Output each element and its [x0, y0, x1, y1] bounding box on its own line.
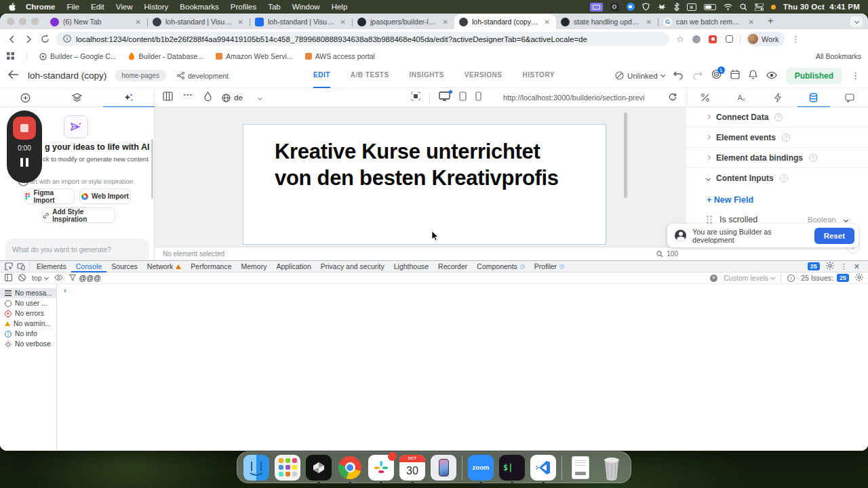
devtools-tab-privacy[interactable]: Privacy and security — [316, 261, 389, 272]
device-tablet-icon[interactable] — [459, 92, 467, 104]
targeting-icon[interactable]: 1 — [711, 69, 722, 82]
layers-tab[interactable] — [52, 88, 103, 107]
zoom-control[interactable]: 100 — [656, 250, 678, 258]
canvas-scrollbar[interactable] — [624, 113, 627, 198]
canvas-heading[interactable]: Kreative Kurse unterrichtet von den best… — [275, 138, 576, 191]
pause-recording-button[interactable] — [20, 158, 28, 167]
menubar-clock[interactable]: Thu 30 Oct4:41 PM — [783, 3, 860, 11]
issues-counter[interactable]: 25 Issues:25 — [801, 274, 849, 282]
devtools-tab-performance[interactable]: Performance — [186, 261, 236, 272]
dock-vscode[interactable] — [530, 455, 556, 481]
url-text[interactable]: localhost:1234/content/b1b2e26f288f4aa99… — [76, 35, 587, 43]
web-import-button[interactable]: Web Import — [79, 188, 131, 204]
tab-close-icon[interactable]: ✕ — [237, 18, 245, 26]
dock-trash[interactable] — [599, 455, 625, 481]
browser-menu-icon[interactable]: ⋮ — [790, 34, 801, 45]
clear-console-icon[interactable] — [18, 274, 26, 283]
menu-edit[interactable]: Edit — [91, 3, 104, 11]
devtools-settings-icon[interactable] — [826, 262, 834, 271]
interactions-panel-tab[interactable] — [760, 88, 795, 107]
comments-panel-tab[interactable] — [832, 88, 868, 107]
keyboard-switcher-icon[interactable]: ⌘ — [687, 3, 696, 11]
devtools-tab-network[interactable]: Network — [142, 261, 186, 272]
back-icon[interactable] — [7, 34, 18, 45]
tab-versions[interactable]: VERSIONS — [465, 64, 502, 88]
console-filter-messages[interactable]: No messa... — [0, 288, 56, 298]
branch-selector[interactable]: development — [177, 72, 229, 80]
clear-filter-icon[interactable]: ✕ — [710, 274, 717, 282]
console-settings-icon[interactable] — [855, 273, 863, 283]
bookmark-item[interactable]: Amazon Web Servi... — [216, 52, 292, 60]
devtools-tab-memory[interactable]: Memory — [236, 261, 271, 272]
tab-close-icon[interactable]: ✕ — [645, 18, 653, 26]
console-filter-verbose[interactable]: No verbose — [0, 339, 56, 349]
browser-tab[interactable]: (6) New Tab ✕ — [45, 14, 147, 29]
side-panel-icon[interactable] — [724, 34, 734, 45]
menu-view[interactable]: View — [116, 3, 133, 11]
data-panel-tab[interactable] — [795, 88, 831, 107]
wifi-icon[interactable] — [724, 3, 732, 10]
live-expression-eye-icon[interactable] — [54, 274, 63, 282]
control-center-icon[interactable] — [755, 3, 764, 11]
devtools-tab-profiler[interactable]: Profiler — [530, 261, 569, 272]
typography-panel-tab[interactable]: Ao — [723, 88, 759, 107]
console-prompt-icon[interactable]: › — [64, 286, 66, 294]
close-window-button[interactable] — [7, 18, 14, 25]
bookmark-item[interactable]: Builder – Google C... — [39, 52, 116, 60]
add-style-inspiration-button[interactable]: Add Style Inspiration — [42, 207, 115, 223]
menu-bookmarks[interactable]: Bookmarks — [180, 3, 219, 11]
devtools-tab-elements[interactable]: Elements — [32, 261, 71, 272]
preview-eye-icon[interactable] — [766, 70, 777, 82]
browser-tab[interactable]: jpasquers/builder-locale-swi ✕ — [353, 14, 454, 29]
console-sidebar-toggle-icon[interactable] — [5, 274, 12, 283]
browser-tab[interactable]: loh-standard | Visual Editor | ✕ — [250, 14, 352, 29]
menu-window[interactable]: Window — [292, 3, 320, 11]
window-controls[interactable] — [7, 14, 39, 29]
devtools-close-icon[interactable]: ✕ — [854, 262, 860, 271]
dock-finder[interactable] — [243, 455, 269, 481]
context-selector[interactable]: top — [32, 274, 48, 282]
browser-tab[interactable]: G can we batch remove keys fr ✕ — [658, 14, 760, 29]
new-field-button[interactable]: + New Field — [686, 188, 868, 205]
columns-icon[interactable] — [163, 92, 173, 104]
menu-tab[interactable]: Tab — [268, 3, 281, 11]
issues-badge[interactable]: 25 — [808, 262, 820, 270]
dragonfly-icon[interactable] — [657, 3, 667, 11]
device-phone-icon[interactable] — [475, 92, 481, 104]
canvas-area[interactable]: Kreative Kurse unterrichtet von den best… — [155, 107, 686, 247]
device-toolbar-icon[interactable] — [15, 263, 27, 270]
devtools-menu-icon[interactable]: ⋮ — [840, 262, 848, 271]
menu-history[interactable]: History — [144, 3, 169, 11]
tab-close-icon[interactable]: ✕ — [339, 18, 347, 26]
info-icon[interactable]: ? — [780, 174, 788, 182]
unlinked-dropdown[interactable]: Unlinked — [615, 71, 665, 80]
console-filter-errors[interactable]: ✕No errors — [0, 308, 56, 319]
record-status-icon[interactable] — [610, 3, 619, 12]
info-icon[interactable]: ? — [774, 113, 783, 121]
locale-selector[interactable]: de — [222, 94, 243, 102]
tab-history[interactable]: HISTORY — [523, 64, 555, 88]
tab-close-icon[interactable]: ✕ — [543, 18, 551, 26]
header-menu-icon[interactable]: ⋮ — [851, 70, 860, 81]
content-inputs-section[interactable]: Content Inputs ? — [686, 168, 868, 188]
tab-close-icon[interactable]: ✕ — [441, 18, 450, 26]
stop-recording-button[interactable] — [13, 117, 36, 140]
element-data-bindings-section[interactable]: Element data bindings ? — [686, 148, 868, 168]
menu-chrome[interactable]: Chrome — [26, 3, 55, 11]
preview-url[interactable]: http://localhost:3000/builderio/section-… — [503, 94, 665, 102]
zoom-level[interactable]: 100 — [667, 250, 678, 258]
devtools-tab-components[interactable]: Components — [472, 261, 530, 272]
bluetooth-icon[interactable] — [674, 3, 679, 11]
dock-launchpad[interactable] — [275, 455, 300, 481]
devtools-tab-application[interactable]: Application — [271, 261, 315, 272]
field-type-chevron-icon[interactable] — [844, 217, 848, 222]
browser-tab-active[interactable]: loh-standard (copy) | Visual E ✕ — [454, 14, 556, 29]
tab-search-button[interactable] — [850, 16, 863, 27]
info-icon[interactable]: ? — [809, 154, 817, 162]
dock-3d-app[interactable] — [306, 455, 332, 481]
drag-handle-icon[interactable] — [707, 216, 712, 224]
profile-chip[interactable]: Work — [746, 32, 785, 46]
tab-close-icon[interactable]: ✕ — [747, 18, 755, 26]
browser-tab[interactable]: state handling updates - Buil ✕ — [556, 14, 658, 29]
reload-icon[interactable] — [39, 34, 50, 45]
